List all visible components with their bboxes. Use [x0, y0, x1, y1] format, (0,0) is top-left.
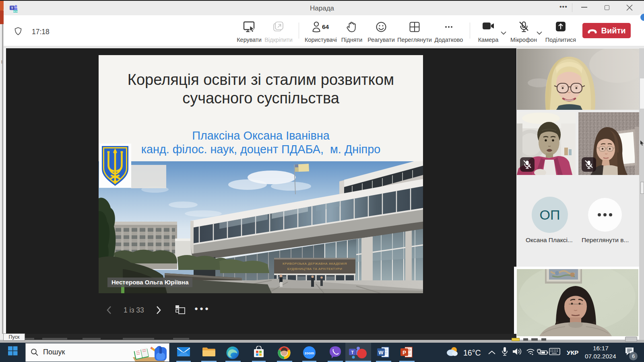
svg-text:NEW: NEW	[13, 10, 18, 12]
svg-text:W: W	[378, 350, 384, 356]
svg-text:БУДІВНИЦТВА ТА АРХІТЕКТУРИ: БУДІВНИЦТВА ТА АРХІТЕКТУРИ	[287, 267, 343, 271]
svg-text:T: T	[351, 350, 354, 355]
svg-text:T: T	[11, 6, 13, 10]
svg-text:zoom: zoom	[305, 351, 314, 355]
svg-text:P: P	[402, 350, 406, 356]
svg-text:КРИВОРІЗЬКА ДЕРЖАВНА АКАДЕМІЯ: КРИВОРІЗЬКА ДЕРЖАВНА АКАДЕМІЯ	[283, 262, 347, 265]
svg-text:64: 64	[322, 23, 329, 30]
